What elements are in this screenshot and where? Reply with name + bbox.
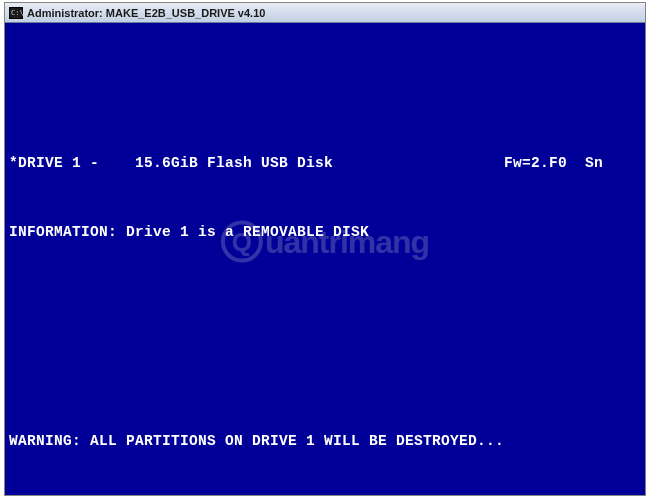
console-content: *DRIVE 1 - 15.6GiB Flash USB Disk Fw=2.F…	[5, 69, 645, 495]
window-title: Administrator: MAKE_E2B_USB_DRIVE v4.10	[27, 7, 265, 19]
console-window: C:\ Administrator: MAKE_E2B_USB_DRIVE v4…	[4, 2, 646, 496]
drive-info-line: *DRIVE 1 - 15.6GiB Flash USB Disk Fw=2.F…	[9, 152, 645, 175]
cmd-icon: C:\	[9, 7, 23, 19]
titlebar[interactable]: C:\ Administrator: MAKE_E2B_USB_DRIVE v4…	[5, 3, 645, 23]
removable-info-line: INFORMATION: Drive 1 is a REMOVABLE DISK	[9, 221, 645, 244]
blank-line	[9, 360, 645, 383]
svg-text:C:\: C:\	[11, 9, 23, 17]
blank-line	[9, 291, 645, 314]
console-area[interactable]: *DRIVE 1 - 15.6GiB Flash USB Disk Fw=2.F…	[5, 23, 645, 495]
warning-line: WARNING: ALL PARTITIONS ON DRIVE 1 WILL …	[9, 430, 645, 453]
